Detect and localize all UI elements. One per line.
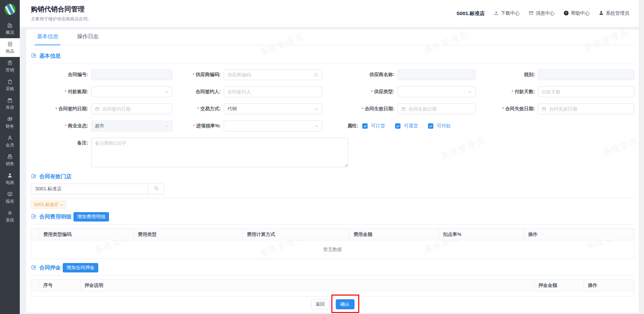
tag-close-icon[interactable]: × [60,202,63,207]
sidebar-item-members[interactable]: 会员 [0,132,20,151]
page-subtitle: 主要用于维护供应商商品合同。 [31,16,92,22]
contract-no-field [91,69,172,80]
sidebar-item-goods[interactable]: 商品 [0,38,20,57]
payment-period-label: *付款账期: [31,89,91,95]
badge-icon [0,60,20,66]
add-deposit-button[interactable]: 增加合同押金 [63,263,98,272]
divider [31,224,634,225]
sidebar-item-label: 电商 [6,180,14,185]
sidebar-item-finance[interactable]: 财务 [0,113,20,132]
supply-type-label: *供应类型: [322,89,397,95]
edit-icon [31,264,37,271]
attributes-label: 属性: [322,123,362,129]
user-icon [599,10,604,16]
payment-period-select[interactable] [91,86,172,97]
page-header: 购销代销合同管理 主要用于维护供应商商品合同。 [31,5,92,22]
supplier-name-label: 供应商名称: [322,72,397,78]
signer-field[interactable] [224,86,322,97]
trade-mode-label: *交易方式: [172,106,224,112]
section-basic-info: 基本信息 [31,53,634,60]
chevron-down-icon [468,90,472,94]
section-fee-details: 合同费用明细 增加费用明细 [31,212,634,222]
current-user[interactable]: 系统管理员 [599,10,629,16]
tab-basic-info[interactable]: 基本信息 [35,33,60,45]
calendar-icon [542,107,546,111]
deposit-table: 序号 押金说明 押金金额 操作 [31,279,634,291]
checkbox-returnable[interactable]: 可退货 [395,123,418,129]
app-window: 概况 商品 营销 采购 库存 财务 会员 销售 [0,0,644,314]
document-icon [0,41,20,47]
basic-info-form: 合同编号: *供应商编码: 供应商名称: 税别: [31,64,634,167]
remark-textarea[interactable] [91,138,348,167]
checkbox-checked-icon [395,123,400,129]
remark-label: 备注: [31,138,91,146]
sidebar-item-label: 商品 [6,49,14,54]
effective-date-field[interactable] [397,104,476,114]
back-button[interactable]: 返回 [311,299,330,309]
attributes-group: 属性: 可订货 可退货 可付款 [322,123,634,129]
deposit-table-empty [31,291,634,297]
help-center[interactable]: ? 帮助中心 [564,10,590,17]
sidebar-item-label: 库存 [6,105,14,110]
sign-date-label: *合同签约日期: [31,106,91,112]
trade-mode-select[interactable]: 代销 [224,104,322,114]
column-header: 费用金额 [350,229,439,240]
sidebar-item-inventory[interactable]: 库存 [0,95,20,113]
input-tax-rate-label: *进项税率%: [172,123,224,129]
tab-operation-log[interactable]: 操作日志 [75,33,101,45]
sidebar-item-reports[interactable]: 报表 [0,188,20,207]
help-icon: ? [564,10,569,17]
sidebar-item-system[interactable]: 系统 [0,207,20,226]
column-header: 押金说明 [80,280,534,291]
column-header: 扣点率% [439,229,524,240]
sidebar-item-marketing[interactable]: 营销 [0,57,20,76]
supply-type-select[interactable] [397,86,476,97]
store-tag: S001.标准店 × [31,201,66,209]
calendar-icon [401,107,406,111]
checkbox-orderable[interactable]: 可订货 [362,123,385,129]
sidebar-item-overview[interactable]: 概况 [0,19,20,38]
signer-label: 合同签约人: [172,89,224,95]
search-icon[interactable] [314,72,319,77]
form-footer: 返回 确认 [31,299,634,309]
supplier-code-field[interactable] [224,69,322,80]
checkbox-payable[interactable]: 可付款 [428,123,451,129]
column-header: 费用类型编码 [39,229,134,240]
sidebar-item-label: 采购 [6,86,14,91]
sidebar-item-ecommerce[interactable]: 电商 [0,170,20,188]
column-header: 押金金额 [534,280,584,291]
board-icon [0,191,20,197]
download-center[interactable]: 下载中心 [494,10,520,16]
box-icon [0,98,20,103]
store-search-input[interactable] [31,184,148,194]
store-search-button[interactable] [148,184,164,194]
person-filled-icon [0,173,20,178]
vertical-scrollbar[interactable] [639,0,644,314]
sign-date-field[interactable] [91,104,172,114]
column-header: 费用计算方式 [243,229,350,240]
message-center[interactable]: 消息中心 [529,10,554,16]
current-store[interactable]: S001.标准店 [457,10,485,17]
business-format-select[interactable]: 超市 [91,121,172,131]
supplier-name-field [397,69,476,80]
contract-no-label: 合同编号: [31,72,91,78]
chevron-down-icon [314,107,319,111]
payment-days-field[interactable] [538,86,634,97]
input-tax-rate-select[interactable] [224,121,322,131]
add-fee-detail-button[interactable]: 增加费用明细 [73,212,109,222]
tab-bar: 基本信息 操作日志 [31,29,634,45]
sidebar-item-label: 财务 [6,124,14,129]
confirm-button[interactable]: 确认 [336,299,355,309]
column-header: 序号 [39,280,80,291]
person-icon [0,135,20,141]
tax-type-field [538,69,634,80]
page-title: 购销代销合同管理 [31,5,92,14]
building-icon [0,22,20,28]
column-header: 操作 [524,229,634,240]
business-format-label: *商业业态: [31,123,91,129]
sidebar-item-purchasing[interactable]: 采购 [0,76,20,95]
calendar-icon [95,107,100,111]
app-logo [4,3,16,17]
sidebar-item-sales[interactable]: 销售 [0,151,20,170]
expiry-date-field[interactable] [538,104,634,114]
